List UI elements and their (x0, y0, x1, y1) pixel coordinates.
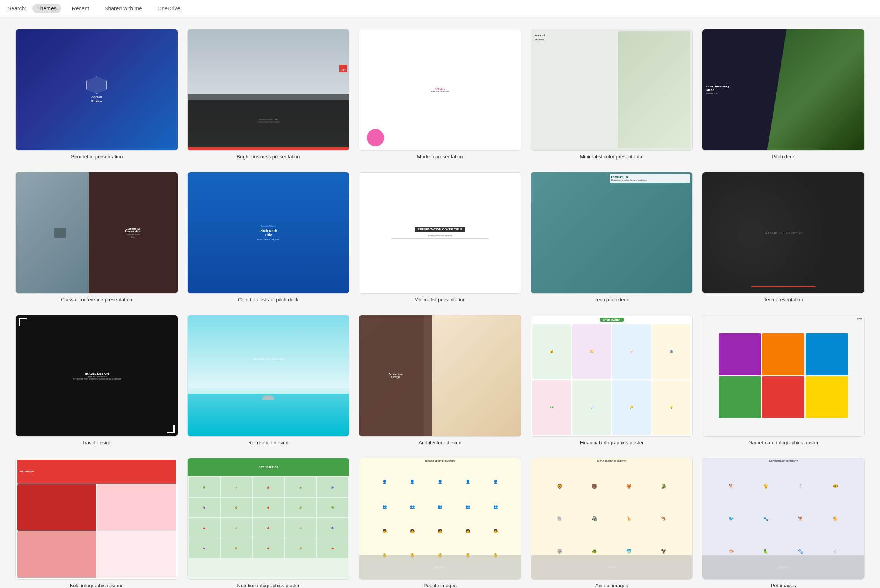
theme-colorful-abstract[interactable]: Template Title Art Pitch DeckTitle Pitch… (187, 172, 350, 303)
theme-classic-conference[interactable]: ConferencePresentation Presenter NameDat… (15, 172, 178, 303)
search-bar: Search: Themes Recent Shared with me One… (0, 0, 880, 17)
search-label: Search: (8, 5, 26, 12)
theme-minimalist-pres[interactable]: PRESENTATION COVER TITLE Lorem ipsum dol… (359, 172, 521, 303)
theme-pitch-deck[interactable]: Smart InvestingGuide Summer 2024 Pitch d… (702, 29, 865, 160)
theme-financial[interactable]: SAVE MONEY 💰 💳 📈 🏦 💵 📊 🔑 💡 Financial inf… (531, 315, 693, 446)
theme-label-recreation: Recreation design (248, 440, 289, 446)
tab-recent[interactable]: Recent (67, 4, 94, 13)
theme-label-people: People images (423, 583, 457, 588)
theme-thumbnail-geometric: AnnualReview (15, 29, 178, 151)
theme-label-architecture: Architecture design (418, 440, 461, 446)
theme-label-pet: Pet images (771, 583, 796, 588)
theme-architecture[interactable]: ArchitectureDesign Architecture design (359, 315, 521, 446)
theme-geometric[interactable]: AnnualReview Geometric presentation (15, 29, 178, 160)
theme-pet[interactable]: INFOGRAPHIC ELEMENTS 🐕 🐈 🐇 🐠 🐦 🐾 🐕 🐈 🐡 🦜… (702, 458, 865, 588)
theme-label-minimalist-color: Minimalist color presentation (580, 154, 643, 160)
theme-modern[interactable]: 4thCoffee www.4thcoffee.com Modern prese… (359, 29, 521, 160)
theme-label-modern: Modern presentation (417, 154, 463, 160)
theme-thumbnail-travel: TRAVEL DESIGN Digital Nomad GuideThe bet… (15, 315, 178, 437)
tab-themes[interactable]: Themes (32, 4, 61, 13)
theme-label-tech-pitch: Tech pitch deck (595, 297, 629, 303)
theme-thumbnail-colorful: Template Title Art Pitch DeckTitle Pitch… (187, 172, 350, 294)
theme-label-travel: Travel design (82, 440, 112, 446)
theme-label-gameboard: Gameboard infographics poster (748, 440, 818, 446)
theme-animal[interactable]: INFOGRAPHIC ELEMENTS 🦁 🐻 🦊 🐊 🐘 🦓 🦒 🦘 🐺 🐢… (531, 458, 693, 588)
theme-label-bright: Bright business presentation (237, 154, 300, 160)
tab-onedrive[interactable]: OneDrive (153, 4, 185, 13)
theme-label-financial: Financial infographics poster (580, 440, 643, 446)
theme-thumbnail-gameboard: Title (702, 315, 865, 437)
theme-nutrition[interactable]: EAT HEALTHY! 🥦 🥕 🍎 🥑 🫐 🍇 🥝 🍓 🌽 🥦 🍅 🥕 🍎 (187, 458, 350, 588)
theme-thumbnail-resume: IAN HANSON (15, 458, 178, 580)
theme-thumbnail-modern: 4thCoffee www.4thcoffee.com (359, 29, 521, 151)
theme-thumbnail-minimalist: Annualreview ・・・ (531, 29, 693, 151)
theme-thumbnail-tech-pitch: Fabrikam, Inc. Disrupting the online sho… (531, 172, 693, 294)
theme-thumbnail-nutrition: EAT HEALTHY! 🥦 🥕 🍎 🥑 🫐 🍇 🥝 🍓 🌽 🥦 🍅 🥕 🍎 (187, 458, 350, 580)
theme-thumbnail-architecture: ArchitectureDesign (359, 315, 521, 437)
theme-thumbnail-recreation: RECREATION DESIGN (187, 315, 350, 437)
theme-thumbnail-people: INFOGRAPHIC ELEMENTS 👤 👤 👤 👤 👤 👥 👥 👥 👥 👥… (359, 458, 521, 580)
theme-thumbnail-minimalist-pres: PRESENTATION COVER TITLE Lorem ipsum dol… (359, 172, 521, 294)
theme-thumbnail-bright: Presentation TitleLorem ipsum dolor sit … (187, 29, 350, 151)
theme-thumbnail-financial: SAVE MONEY 💰 💳 📈 🏦 💵 📊 🔑 💡 (531, 315, 693, 437)
theme-label-nutrition: Nutrition infographics poster (237, 583, 299, 588)
theme-thumbnail-tech-pres: FABRIKAM TECHNOLOGY INC. (702, 172, 865, 294)
theme-label-colorful: Colorful abstract pitch deck (238, 297, 299, 303)
theme-tech-pitch[interactable]: Fabrikam, Inc. Disrupting the online sho… (531, 172, 693, 303)
theme-minimalist-color[interactable]: Annualreview ・・・ Minimalist color presen… (531, 29, 693, 160)
theme-thumbnail-pet: INFOGRAPHIC ELEMENTS 🐕 🐈 🐇 🐠 🐦 🐾 🐕 🐈 🐡 🦜… (702, 458, 865, 580)
theme-label-tech-pres: Tech presentation (764, 297, 803, 303)
theme-label-minimalist-pres: Minimalist presentation (415, 297, 466, 303)
theme-bright-business[interactable]: Presentation TitleLorem ipsum dolor sit … (187, 29, 350, 160)
theme-gameboard[interactable]: Title Gameboard infographics poster (702, 315, 865, 446)
themes-grid: AnnualReview Geometric presentation Pres… (0, 17, 880, 588)
theme-label-conference: Classic conference presentation (61, 297, 132, 303)
theme-thumbnail-animal: INFOGRAPHIC ELEMENTS 🦁 🐻 🦊 🐊 🐘 🦓 🦒 🦘 🐺 🐢… (531, 458, 693, 580)
tab-shared-with-me[interactable]: Shared with me (100, 4, 146, 13)
theme-thumbnail-conference: ConferencePresentation Presenter NameDat… (15, 172, 178, 294)
theme-travel[interactable]: TRAVEL DESIGN Digital Nomad GuideThe bet… (15, 315, 178, 446)
theme-resume[interactable]: IAN HANSON Bold infographic resume (15, 458, 178, 588)
theme-people[interactable]: INFOGRAPHIC ELEMENTS 👤 👤 👤 👤 👤 👥 👥 👥 👥 👥… (359, 458, 521, 588)
theme-label-geometric: Geometric presentation (71, 154, 123, 160)
theme-tech-pres[interactable]: FABRIKAM TECHNOLOGY INC. Tech presentati… (702, 172, 865, 303)
theme-recreation[interactable]: RECREATION DESIGN Recreation design (187, 315, 350, 446)
theme-thumbnail-pitch: Smart InvestingGuide Summer 2024 (702, 29, 865, 151)
theme-label-animal: Animal images (595, 583, 628, 588)
theme-label-resume: Bold infographic resume (70, 583, 124, 588)
theme-label-pitch: Pitch deck (772, 154, 795, 160)
